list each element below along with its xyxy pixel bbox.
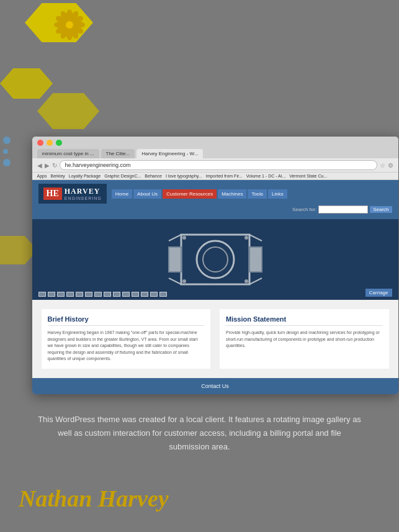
nav-customer[interactable]: Customer Resources — [163, 189, 217, 199]
dot-decorations — [0, 137, 11, 166]
header-inner: HE HARVEY ENGINEERING Home About Us Cust… — [38, 184, 392, 204]
dot-3 — [3, 159, 11, 166]
behance-bookmark[interactable]: Behance — [145, 174, 162, 178]
website-nav: Home About Us Customer Resources Machine… — [112, 189, 287, 199]
logo-name-group: HARVEY ENGINEERING — [65, 187, 102, 201]
thumb-2[interactable] — [48, 292, 55, 297]
carriage-label: Carriage — [365, 289, 392, 297]
svg-point-24 — [244, 236, 248, 240]
logo-sub: ENGINEERING — [65, 196, 102, 201]
svg-point-25 — [182, 279, 186, 283]
gallery-area: Carriage — [32, 219, 398, 300]
thumb-6[interactable] — [85, 292, 92, 297]
thumb-14[interactable] — [159, 292, 167, 297]
signature-area: Nathan Harvey — [0, 472, 399, 532]
browser-chrome: minimum cost type in ... The Citie... Ha… — [32, 137, 398, 180]
signature-name: Nathan Harvey — [19, 485, 380, 512]
description-area: This WordPress theme was created for a l… — [0, 394, 399, 472]
search-button[interactable]: Search — [370, 206, 392, 213]
browser-screenshot: minimum cost type in ... The Citie... Ha… — [32, 137, 398, 394]
graphic-bookmark[interactable]: Graphic DesignC... — [104, 174, 141, 178]
mission-statement-body: Provide high-quality, quick turn design … — [226, 330, 383, 349]
brief-history-body: Harvey Engineering began in 1987 making … — [48, 330, 205, 363]
browser-tab-2[interactable]: The Citie... — [101, 149, 135, 158]
description-text: This WordPress theme was created for a l… — [37, 413, 362, 454]
svg-line-22 — [249, 278, 262, 284]
browser-titlebar — [32, 137, 398, 149]
browser-close-btn[interactable] — [37, 140, 43, 146]
nav-about[interactable]: About Us — [133, 189, 161, 199]
browser-tab-1[interactable]: minimum cost type in ... — [37, 149, 99, 158]
browser-bookmarks-bar: Apps Berkley Loyalty Package Graphic Des… — [32, 172, 398, 179]
gallery-thumbnails — [38, 292, 167, 297]
bookmark-icon[interactable]: ☆ — [380, 162, 385, 169]
thumb-5[interactable] — [76, 292, 83, 297]
thumb-3[interactable] — [57, 292, 65, 297]
thumb-11[interactable] — [132, 292, 139, 297]
svg-rect-17 — [169, 247, 181, 272]
browser-tab-3[interactable]: Harvey Engineering - W... — [137, 149, 203, 158]
browser-tabs: minimum cost type in ... The Citie... Ha… — [32, 149, 398, 158]
website-logo: HE HARVEY ENGINEERING — [38, 184, 107, 204]
search-label: Search for: — [292, 207, 316, 212]
dot-2 — [3, 149, 8, 154]
nav-home[interactable]: Home — [112, 189, 132, 199]
website-search-row: Search for: Search — [38, 204, 392, 215]
hex-shape-3 — [37, 93, 99, 129]
apps-bookmark[interactable]: Apps — [37, 174, 47, 178]
thumb-12[interactable] — [141, 292, 148, 297]
nav-forward-icon[interactable]: ▶ — [45, 162, 50, 169]
nav-tools[interactable]: Tools — [248, 189, 267, 199]
nav-links[interactable]: Links — [268, 189, 287, 199]
thumb-8[interactable] — [104, 292, 111, 297]
thumb-4[interactable] — [66, 292, 74, 297]
flower-icon — [50, 5, 93, 48]
svg-point-16 — [203, 247, 228, 272]
nav-machines[interactable]: Machines — [218, 189, 246, 199]
refresh-icon[interactable]: ↻ — [52, 162, 57, 169]
browser-maximize-btn[interactable] — [56, 140, 62, 146]
svg-line-21 — [169, 278, 181, 284]
typo-bookmark[interactable]: I love typography... — [166, 174, 202, 178]
website-content: HE HARVEY ENGINEERING Home About Us Cust… — [32, 180, 398, 394]
address-field[interactable]: he.harveyengineering.com — [60, 160, 377, 170]
nav-back-icon[interactable]: ◀ — [37, 162, 42, 169]
website-header: HE HARVEY ENGINEERING Home About Us Cust… — [32, 180, 398, 219]
svg-point-23 — [182, 236, 186, 240]
logo-name: HARVEY — [65, 187, 102, 196]
settings-icon[interactable]: ⚙ — [388, 162, 393, 169]
thumb-1[interactable] — [38, 292, 46, 297]
imported-bookmark[interactable]: Imported from Fir... — [206, 174, 243, 178]
browser-addressbar: ◀ ▶ ↻ he.harveyengineering.com ☆ ⚙ — [32, 158, 398, 172]
browser-minimize-btn[interactable] — [47, 140, 53, 146]
svg-rect-14 — [181, 235, 249, 284]
svg-point-26 — [244, 279, 248, 283]
vermont-bookmark[interactable]: Vermont State Cu... — [289, 174, 327, 178]
contact-bar: Contact Us — [32, 378, 398, 394]
hex-shape-2 — [0, 68, 53, 99]
berkley-bookmark[interactable]: Berkley — [50, 174, 65, 178]
thumb-10[interactable] — [122, 292, 130, 297]
svg-line-20 — [249, 235, 262, 241]
search-input[interactable] — [318, 205, 368, 214]
section-brief-history: Brief History Harvey Engineering began i… — [42, 309, 211, 369]
website-sections: Brief History Harvey Engineering began i… — [32, 300, 398, 378]
section-mission-statement: Mission Statement Provide high-quality, … — [220, 309, 389, 369]
loyalty-bookmark[interactable]: Loyalty Package — [69, 174, 101, 178]
thumb-7[interactable] — [94, 292, 102, 297]
brief-history-title: Brief History — [48, 315, 205, 326]
machine-illustration — [144, 222, 287, 297]
svg-rect-18 — [249, 247, 262, 272]
thumb-9[interactable] — [113, 292, 120, 297]
svg-point-13 — [66, 21, 73, 29]
contact-label: Contact Us — [201, 383, 229, 389]
logo-he: HE — [43, 187, 62, 200]
volume-bookmark[interactable]: Volume 1 - DC - Al... — [246, 174, 285, 178]
svg-line-19 — [169, 235, 181, 241]
dot-1 — [3, 137, 11, 144]
mission-statement-title: Mission Statement — [226, 315, 383, 326]
thumb-13[interactable] — [150, 292, 158, 297]
